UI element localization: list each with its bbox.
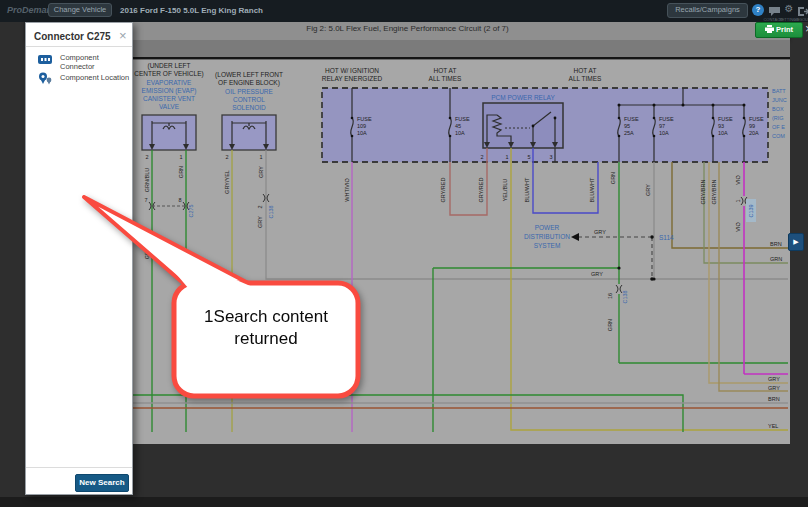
panel-title: Connector C275	[34, 31, 111, 42]
wire-label: GRY	[257, 216, 263, 228]
fuse-id: 95	[624, 123, 630, 129]
fuse-id: 109	[357, 123, 366, 129]
wire-label: GRY	[768, 376, 780, 382]
relay-pin: 1	[505, 154, 508, 160]
relay-pin: 3	[549, 154, 552, 160]
pin-number: 2	[145, 154, 148, 160]
relay-pin: 2	[480, 154, 483, 160]
hot-header: HOT AT	[434, 67, 457, 74]
hot-header: ALL TIMES	[569, 75, 603, 82]
os-taskbar[interactable]	[0, 497, 808, 507]
fuse-amps: 10A	[659, 130, 669, 136]
fuse-word: FUSE	[749, 116, 764, 122]
relay-label[interactable]: PCM POWER RELAY	[491, 94, 555, 101]
pds-line[interactable]: POWER	[535, 224, 560, 231]
logout-icon[interactable]	[796, 3, 808, 16]
location-text: OF ENGINE BLOCK)	[218, 79, 280, 87]
pin-number: 7	[144, 197, 147, 203]
help-icon[interactable]: ?	[752, 4, 764, 16]
bjb-line: (RIG	[772, 115, 784, 121]
component-name[interactable]: OIL PRESSURE	[225, 88, 273, 95]
panel-item-component-connector[interactable]: Component Connector	[26, 47, 132, 67]
wire-label: BLU/WHT	[524, 177, 530, 202]
fuse-id: 93	[718, 123, 724, 129]
fuse-amps: 25A	[624, 130, 634, 136]
wire-label: GRY/RED	[440, 177, 446, 202]
pin-number: 16	[607, 293, 613, 299]
hot-header: ALL TIMES	[429, 75, 463, 82]
settings-gear-icon[interactable]: ⚙	[782, 3, 796, 16]
panel-item-component-location[interactable]: Component Location	[26, 67, 132, 87]
connector-link-c139[interactable]: C139	[748, 204, 754, 217]
pin-number: 2	[225, 154, 228, 160]
splice-label[interactable]: S114	[659, 234, 674, 241]
location-text: (LOWER LEFT FRONT	[215, 71, 283, 79]
next-page-button[interactable]: ▶	[788, 233, 804, 251]
connector-link-c138[interactable]: C138	[622, 290, 628, 303]
change-vehicle-button[interactable]: Change Vehicle	[48, 3, 112, 17]
bjb-line: BOX	[772, 106, 784, 112]
diagram-canvas[interactable]: HOT W/ IGNITION RELAY ENERGIZED HOT AT A…	[25, 57, 790, 444]
oil-pressure-control-solenoid: (LOWER LEFT FRONT OF ENGINE BLOCK) OIL P…	[215, 71, 283, 150]
wire-label: GRN/BLU	[144, 235, 150, 259]
wire-label: BRN	[768, 396, 780, 402]
wire-label: GRN	[770, 256, 782, 262]
connector-panel: Connector C275 × Component Connector Com…	[25, 22, 133, 495]
wire-label: GRN	[607, 319, 613, 331]
wire-label: VIO	[735, 222, 741, 232]
wire-label: GRY	[768, 385, 780, 391]
wire-label: GRY	[645, 184, 651, 196]
wire-label: GRY	[591, 271, 603, 277]
component-name[interactable]: CANISTER VENT	[143, 95, 195, 102]
hot-header: RELAY ENERGIZED	[322, 75, 383, 82]
print-button[interactable]: Print	[755, 22, 803, 38]
location-text: CENTER OF VEHICLE)	[134, 70, 203, 78]
fuse-word: FUSE	[455, 116, 470, 122]
figure-title: Fig 2: 5.0L Flex Fuel, Engine Performanc…	[25, 24, 790, 33]
divider	[26, 467, 132, 468]
top-app-bar: ProDemand Change Vehicle 2016 Ford F-150…	[0, 0, 808, 22]
connector-breaks	[149, 194, 747, 293]
vehicle-title: 2016 Ford F-150 5.0L Eng King Ranch	[120, 6, 263, 15]
fuse-word: FUSE	[357, 116, 372, 122]
wires	[133, 148, 788, 432]
fuse-id: 99	[749, 123, 755, 129]
new-search-button[interactable]: New Search	[75, 474, 129, 492]
battery-junction-box-label: BATT JUNC BOX (RIG OF E COM	[772, 88, 787, 139]
wire-label: GRY/YEL	[224, 170, 230, 194]
component-name[interactable]: VALVE	[159, 103, 180, 110]
connector-link-c275[interactable]: C275	[188, 204, 194, 217]
relay-pin: 5	[527, 154, 530, 160]
wire-label: WHT/VIO	[344, 178, 350, 202]
wire-label: GRN	[178, 166, 184, 178]
printer-icon	[765, 25, 774, 33]
logout-label: LOGOUT	[792, 17, 808, 22]
connector-link-c138[interactable]: C138	[268, 205, 274, 218]
wire-label: GRY/BRN	[700, 179, 706, 204]
wire-label: BRN	[770, 241, 782, 247]
component-name[interactable]: EVAPORATIVE	[147, 79, 193, 86]
component-name[interactable]: EMISSION (EVAP)	[142, 87, 197, 95]
fuse-amps: 20A	[749, 130, 759, 136]
panel-close-icon[interactable]: ×	[119, 28, 127, 43]
power-distribution-system-link[interactable]: POWER DISTRIBUTION SYSTEM	[524, 224, 570, 249]
fuse-id: 97	[659, 123, 665, 129]
wire-label: YEL/BLU	[502, 179, 508, 202]
wire-label: GRN	[610, 172, 616, 184]
pin-number: 1	[259, 154, 262, 160]
fuse-amps: 10A	[357, 130, 367, 136]
component-name[interactable]: CONTROL	[233, 96, 265, 103]
pds-line[interactable]: SYSTEM	[534, 242, 561, 249]
wire-label: YEL	[768, 423, 778, 429]
pds-line[interactable]: DISTRIBUTION	[524, 233, 570, 240]
pin-number: 2	[257, 205, 263, 208]
pin-number: 1	[179, 154, 182, 160]
wire-label: GRY	[258, 166, 264, 178]
component-name[interactable]: SOLENOID	[232, 104, 266, 111]
contact-chat-icon[interactable]	[767, 3, 781, 16]
bjb-line: OF E	[772, 124, 785, 130]
dialog-toolbar-strip	[25, 40, 790, 57]
recalls-campaigns-button[interactable]: Recalls/Campaigns	[667, 3, 748, 18]
bjb-line: BATT	[772, 88, 786, 94]
wire-label: GRY/RED	[478, 177, 484, 202]
